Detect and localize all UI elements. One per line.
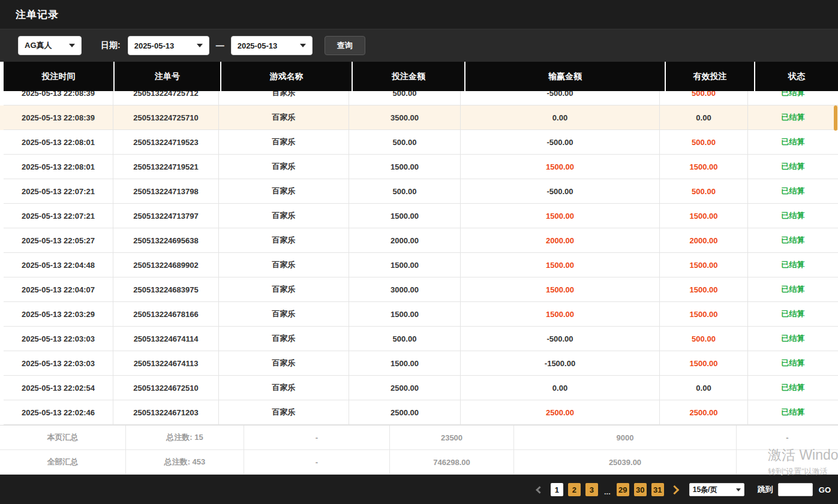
total-summary-count: 总注数: 453 [126, 450, 244, 475]
cell-order-number: 250513224713797 [113, 204, 219, 228]
table-row[interactable]: 2025-05-13 22:07:21 250513224713797 百家乐 … [0, 204, 838, 228]
page-button-31[interactable]: 31 [651, 483, 664, 496]
page-summary-game: - [244, 425, 390, 450]
cell-valid-bet: 500.00 [660, 327, 748, 351]
table-row[interactable]: 2025-05-13 22:03:29 250513224678166 百家乐 … [0, 302, 838, 327]
table-body[interactable]: 2025-05-13 22:08:39 250513224725712 百家乐 … [0, 91, 838, 425]
table-header: 投注时间 注单号 游戏名称 投注金额 输赢金额 有效投注 状态 [0, 62, 838, 91]
cell-valid-bet: 1500.00 [660, 253, 748, 277]
cell-winloss-amount: -500.00 [461, 130, 660, 155]
total-summary-winloss: 25039.00 [514, 450, 737, 475]
prev-page-button[interactable] [534, 482, 546, 497]
table-row[interactable]: 2025-05-13 22:02:54 250513224672510 百家乐 … [0, 376, 838, 400]
table-row[interactable]: 2025-05-13 22:08:39 250513224725712 百家乐 … [0, 91, 838, 105]
cell-game-name: 百家乐 [219, 91, 349, 105]
chevron-down-icon [300, 44, 306, 47]
cell-bet-time: 2025-05-13 22:08:01 [4, 130, 113, 155]
cell-bet-amount: 1500.00 [349, 351, 461, 376]
table-row[interactable]: 2025-05-13 22:08:01 250513224719523 百家乐 … [0, 130, 838, 155]
page-button-1[interactable]: 1 [551, 483, 563, 496]
table-row[interactable]: 2025-05-13 22:02:46 250513224671203 百家乐 … [0, 400, 838, 425]
cell-valid-bet: 1500.00 [660, 277, 748, 302]
cell-bet-amount: 500.00 [349, 91, 461, 105]
cell-order-number: 250513224672510 [113, 376, 219, 400]
column-header-bet-time: 投注时间 [4, 62, 113, 91]
table-row[interactable]: 2025-05-13 22:05:27 250513224695638 百家乐 … [0, 228, 838, 253]
table-row[interactable]: 2025-05-13 22:03:03 250513224674113 百家乐 … [0, 351, 838, 376]
query-button[interactable]: 查询 [325, 36, 365, 55]
cell-winloss-amount: 0.00 [461, 105, 660, 130]
cell-bet-time: 2025-05-13 22:03:03 [4, 327, 113, 351]
date-to-select[interactable]: 2025-05-13 [231, 36, 313, 55]
cell-game-name: 百家乐 [219, 228, 349, 253]
game-type-select[interactable]: AG真人 [18, 36, 82, 55]
cell-game-name: 百家乐 [219, 302, 349, 327]
scrollbar-thumb[interactable] [834, 105, 837, 131]
cell-order-number: 250513224719523 [113, 130, 219, 155]
cell-valid-bet: 2500.00 [660, 400, 748, 425]
page-summary-row: 本页汇总 总注数: 15 - 23500 9000 - [0, 425, 838, 450]
table-row[interactable]: 2025-05-13 22:08:01 250513224719521 百家乐 … [0, 155, 838, 179]
cell-game-name: 百家乐 [219, 376, 349, 400]
page-title: 注单记录 [16, 8, 59, 22]
cell-bet-amount: 2000.00 [349, 228, 461, 253]
page-size-select[interactable]: 15条/页 [689, 483, 744, 496]
cell-order-number: 250513224719521 [113, 155, 219, 179]
date-to-value: 2025-05-13 [238, 41, 278, 50]
vertical-scrollbar[interactable] [833, 91, 838, 425]
cell-game-name: 百家乐 [219, 277, 349, 302]
cell-order-number: 250513224725712 [113, 91, 219, 105]
cell-game-name: 百家乐 [219, 400, 349, 425]
chevron-down-icon [69, 44, 75, 47]
cell-winloss-amount: -500.00 [461, 91, 660, 105]
cell-bet-time: 2025-05-13 22:04:07 [4, 277, 113, 302]
cell-game-name: 百家乐 [219, 327, 349, 351]
table-row[interactable]: 2025-05-13 22:03:03 250513224674114 百家乐 … [0, 327, 838, 351]
chevron-down-icon [197, 44, 203, 47]
cell-game-name: 百家乐 [219, 179, 349, 204]
cell-bet-amount: 500.00 [349, 130, 461, 155]
page-summary-count: 总注数: 15 [126, 425, 244, 450]
cell-bet-amount: 2500.00 [349, 400, 461, 425]
page-summary-winloss: 9000 [514, 425, 737, 450]
page-summary-label: 本页汇总 [0, 425, 126, 450]
cell-bet-time: 2025-05-13 22:02:54 [4, 376, 113, 400]
cell-game-name: 百家乐 [219, 351, 349, 376]
cell-valid-bet: 500.00 [660, 179, 748, 204]
next-page-button[interactable] [669, 482, 681, 497]
cell-order-number: 250513224695638 [113, 228, 219, 253]
cell-bet-time: 2025-05-13 22:07:21 [4, 204, 113, 228]
page-button-29[interactable]: 29 [617, 483, 629, 496]
page-button-2[interactable]: 2 [568, 483, 581, 496]
cell-bet-amount: 1500.00 [349, 155, 461, 179]
table-row[interactable]: 2025-05-13 22:04:48 250513224689902 百家乐 … [0, 253, 838, 277]
page-size-value: 15条/页 [693, 485, 717, 495]
cell-bet-time: 2025-05-13 22:02:46 [4, 400, 113, 425]
cell-order-number: 250513224683975 [113, 277, 219, 302]
cell-bet-amount: 1500.00 [349, 302, 461, 327]
column-header-winloss: 输赢金额 [465, 62, 665, 91]
page-button-3[interactable]: 3 [585, 483, 598, 496]
cell-winloss-amount: 2500.00 [461, 400, 660, 425]
cell-winloss-amount: -500.00 [461, 327, 660, 351]
cell-order-number: 250513224674113 [113, 351, 219, 376]
cell-bet-amount: 500.00 [349, 179, 461, 204]
cell-bet-amount: 2500.00 [349, 376, 461, 400]
table-row[interactable]: 2025-05-13 22:07:21 250513224713798 百家乐 … [0, 179, 838, 204]
table-row[interactable]: 2025-05-13 22:04:07 250513224683975 百家乐 … [0, 277, 838, 302]
cell-valid-bet: 1500.00 [660, 155, 748, 179]
go-button[interactable]: GO [818, 485, 832, 494]
page-button-30[interactable]: 30 [634, 483, 647, 496]
cell-winloss-amount: -500.00 [461, 179, 660, 204]
jump-to-label: 跳到 [758, 484, 773, 495]
total-summary-game: - [244, 450, 390, 475]
cell-bet-time: 2025-05-13 22:07:21 [4, 179, 113, 204]
page-summary-valid: - [737, 425, 838, 450]
table-row[interactable]: 2025-05-13 22:08:39 250513224725710 百家乐 … [0, 105, 838, 130]
page-header: 注单记录 [0, 0, 838, 29]
jump-to-input[interactable] [778, 483, 813, 496]
cell-bet-time: 2025-05-13 22:03:29 [4, 302, 113, 327]
date-from-select[interactable]: 2025-05-13 [128, 36, 209, 55]
cell-order-number: 250513224689902 [113, 253, 219, 277]
cell-bet-time: 2025-05-13 22:05:27 [4, 228, 113, 253]
